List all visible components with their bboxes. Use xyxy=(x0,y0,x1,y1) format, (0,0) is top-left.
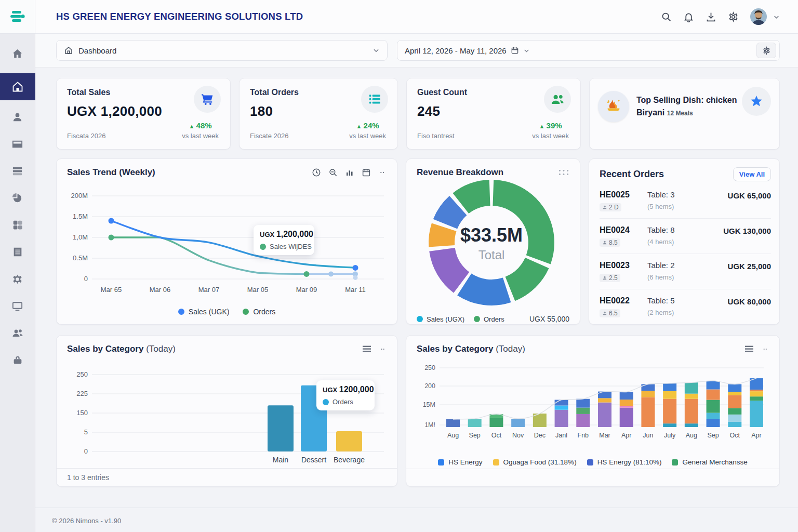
kpi-icon-wrap xyxy=(544,86,571,113)
legend-item[interactable]: HS Energy (81:10%) xyxy=(587,458,662,466)
order-row[interactable]: HE0023 2.5 Table: 2 (6 hems) UGK 25,000 xyxy=(600,254,771,289)
sales-by-category-monthly-card: Sales by Category (Today) 25020015M1M!Au… xyxy=(406,335,780,487)
user-menu[interactable] xyxy=(750,8,780,25)
svg-text:$33.5M: $33.5M xyxy=(460,224,523,246)
entries-note: 1 to 3 entries xyxy=(57,468,397,486)
chart-toolbar xyxy=(362,345,387,353)
sidebar-item-users[interactable] xyxy=(0,103,35,130)
svg-text:1,0M: 1,0M xyxy=(73,233,88,241)
clock-icon[interactable] xyxy=(312,168,321,177)
dish-icon xyxy=(603,96,624,117)
svg-text:200: 200 xyxy=(424,382,435,390)
legend-item[interactable]: Oguaga Food (31.18%) xyxy=(493,458,577,466)
home-outline-icon xyxy=(11,81,24,93)
dashboard-select[interactable]: Dashboard xyxy=(56,40,388,61)
copyright: © 2026 Nimons - v1.90 xyxy=(52,517,121,525)
sidebar-item-pie[interactable] xyxy=(0,184,35,211)
svg-text:Sep: Sep xyxy=(707,432,719,439)
zoom-out-icon[interactable] xyxy=(328,168,338,177)
person-icon xyxy=(602,311,607,316)
app: HS GREEN ENERGY ENGINEERING SOLUTIONS LT… xyxy=(0,0,798,532)
date-range-label: April 12, 2026 - May 11, 2026 xyxy=(405,46,507,55)
order-row[interactable]: HE0022 6.5 Table: 5 (2 hems) UGK 80,000 xyxy=(600,289,771,324)
date-settings-button[interactable] xyxy=(756,43,776,58)
arrow-up-icon: ▲ xyxy=(189,123,196,129)
kpi-subtitle: Fiso tantrest xyxy=(417,132,455,140)
calendar-icon xyxy=(511,46,519,55)
menu-icon[interactable] xyxy=(362,345,372,353)
kpi-delta: ▲ 48% vs last week xyxy=(182,121,219,140)
more-icon[interactable] xyxy=(379,345,387,353)
people-icon xyxy=(550,91,566,108)
bell-icon[interactable] xyxy=(683,11,694,22)
sidebar-item-staff[interactable] xyxy=(0,320,35,347)
svg-text:Main: Main xyxy=(273,456,288,464)
sidebar-item-settings[interactable] xyxy=(0,265,35,292)
sidebar-item-display[interactable] xyxy=(0,292,35,320)
order-badge: 8.5 xyxy=(600,238,620,247)
document-icon xyxy=(12,246,23,258)
chart-legend: Sales (UGX)OrdersUGX 55,000 xyxy=(417,315,569,323)
sidebar-item-grid[interactable] xyxy=(0,211,35,238)
rows-icon xyxy=(11,165,23,177)
svg-text:Aug: Aug xyxy=(447,432,459,439)
legend-item[interactable]: Sales (UGX) xyxy=(417,315,464,323)
download-icon[interactable] xyxy=(706,11,716,22)
chart-title: Sales by Category (Today) xyxy=(417,344,525,354)
content: Dashboard April 12, 2026 - May 11, 2026 … xyxy=(35,34,798,532)
svg-text:Oct: Oct xyxy=(730,432,740,439)
home-icon xyxy=(64,46,73,55)
sidebar-item-security[interactable] xyxy=(0,347,35,374)
svg-text:Oct: Oct xyxy=(491,432,502,439)
kpi-delta: ▲ 39% vs last week xyxy=(532,121,569,140)
search-icon[interactable] xyxy=(661,11,672,22)
sidebar-item-home[interactable] xyxy=(0,40,35,67)
svg-text:Dec: Dec xyxy=(534,432,546,439)
kpi-guest-count: Guest Count 245 Fiso tantrest ▲ 39% vs l… xyxy=(406,78,581,150)
svg-text:200M: 200M xyxy=(71,192,88,200)
order-items: (5 hems) xyxy=(647,203,675,210)
more-icon[interactable] xyxy=(378,168,387,177)
sidebar-item-card[interactable] xyxy=(0,130,35,157)
order-id: HE0024 xyxy=(600,225,640,235)
legend-item[interactable]: Orders xyxy=(474,315,504,323)
recent-orders-title: Recent Orders xyxy=(600,169,664,180)
more-icon[interactable] xyxy=(762,345,769,353)
cart-icon xyxy=(201,92,214,106)
lock-icon xyxy=(12,354,23,366)
svg-text:Aug: Aug xyxy=(686,432,697,439)
sidebar-item-dashboard[interactable] xyxy=(0,73,35,100)
legend-item[interactable]: Orders xyxy=(243,308,275,316)
kpi-total-orders: Total Orders 180 Fiscate 2026 ▲ 24% vs l… xyxy=(239,78,398,150)
sidebar-item-list[interactable] xyxy=(0,157,35,184)
user-icon xyxy=(11,111,23,123)
svg-text:Apr: Apr xyxy=(751,432,761,439)
svg-text:Frib: Frib xyxy=(578,432,589,439)
legend-item[interactable]: HS Energy xyxy=(438,458,482,466)
order-row[interactable]: HE0025 2 D Table: 3 (5 hems) UGK 65,000 xyxy=(600,183,771,219)
legend-item[interactable]: General Merchansse xyxy=(672,458,747,466)
gear-icon xyxy=(11,273,23,285)
svg-text:Apr: Apr xyxy=(621,432,631,439)
app-logo[interactable] xyxy=(0,0,35,34)
card-footer xyxy=(406,469,779,486)
grid-dots-icon[interactable] xyxy=(558,169,569,176)
chart-toolbar xyxy=(558,169,569,176)
bar-chart-icon[interactable] xyxy=(345,168,354,177)
card-icon xyxy=(11,138,23,150)
calendar-icon[interactable] xyxy=(362,168,371,177)
view-all-button[interactable]: View All xyxy=(733,167,771,181)
gear-icon[interactable] xyxy=(728,11,739,22)
sidebar-item-document[interactable] xyxy=(0,238,35,265)
order-table: Table: 8 xyxy=(647,225,675,234)
menu-icon[interactable] xyxy=(744,345,754,353)
legend: HS EnergyOguaga Food (31.18%)HS Energy (… xyxy=(417,458,769,466)
chart-toolbar xyxy=(744,345,769,353)
order-row[interactable]: HE0024 8.5 Table: 8 (4 hems) UGK 130,000 xyxy=(600,219,771,254)
sales-trend-chart: 200M1.5M1,0M0.5M0Mar 65Mar 06Mar 07Mar 0… xyxy=(67,183,388,298)
pie-chart-icon xyxy=(11,192,23,204)
date-range-select[interactable]: April 12, 2026 - May 11, 2026 xyxy=(397,40,780,61)
legend-item[interactable]: Sales (UGK) xyxy=(178,308,230,316)
svg-text:5: 5 xyxy=(84,428,88,436)
dish-meals: 12 Meals xyxy=(667,110,693,117)
